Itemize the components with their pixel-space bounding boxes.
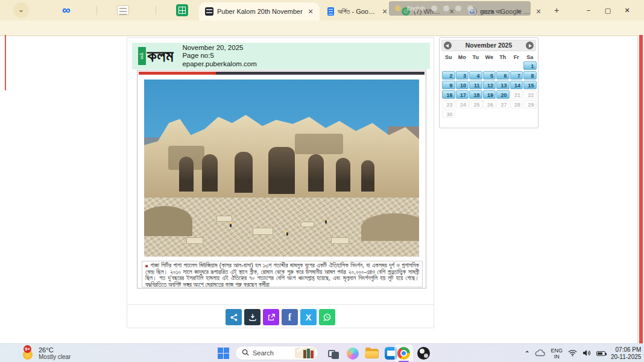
open-external-button[interactable] [263,309,279,325]
capture-toolbar-overlay: English [389,1,531,16]
calendar-date-cell[interactable]: 7 [510,71,523,80]
weather-icon: 9+ [18,345,34,361]
photo-caption: ■গাজা সিটির পাশা প্যালেস মিউজিয়াম (কাসর… [142,261,423,287]
weather-widget[interactable]: 9+ 26°C Mostly clear [18,345,71,361]
photo-worker-figure [286,231,288,236]
close-tab-icon[interactable]: ✕ [306,7,315,16]
gaza-ruins-photo [144,80,419,257]
file-explorer-button[interactable] [364,346,379,361]
calendar-date-cell[interactable]: 12 [483,81,496,89]
day-header: Fr [510,54,523,60]
calendar-date-cell: 22 [523,90,537,99]
calendar-date-cell: 21 [510,90,523,99]
chrome-taskbar-button[interactable] [394,345,413,362]
share-button[interactable] [226,309,242,325]
hidden-icons-chevron[interactable]: ⌃ [525,350,529,357]
battery-icon[interactable] [596,351,605,356]
copilot-icon [347,348,359,360]
calendar-date-cell[interactable]: 5 [483,71,496,80]
calendar-date-cell: 26 [483,100,496,108]
calendar-date-cell[interactable]: 8 [523,71,537,80]
webpage-viewport: পুবের কলম November 20, 2025 Page no:5 ep… [0,36,644,343]
window-minimize-button[interactable]: − [584,5,593,15]
calendar-date-cell [469,61,482,70]
day-header: We [483,54,496,60]
tray-date: 20-11-2025 [611,354,641,361]
calendar-date-cell [456,61,469,70]
photo-arch-window [202,154,218,192]
clip-top-rule-red [139,72,216,75]
calendar-date-cell[interactable]: 18 [469,90,482,99]
page-number: Page no:5 [182,52,256,60]
calendar-date-cell[interactable]: 20 [496,90,510,99]
window-close-button[interactable]: ✕ [622,5,632,15]
volume-icon[interactable] [582,348,591,359]
x-share-button[interactable]: X [300,309,317,325]
windows-taskbar: 9+ 26°C Mostly clear Search [0,343,644,362]
puber-kalom-logo: পুবের কলম [138,47,174,66]
wifi-icon[interactable] [568,348,577,359]
photo-debris-mound [361,213,419,241]
scrollbar-track[interactable] [637,35,644,343]
datepicker-calendar: November 2025 SuMoTuWeThFrSa 12345678910… [439,37,538,128]
photo-stone-block [216,216,232,222]
taskbar-search-box[interactable]: Search [235,346,318,360]
logo-main-text: কলম [147,47,174,66]
meta-infinity-icon[interactable]: ∞ [62,3,71,17]
pinned-tab-document-icon[interactable] [117,5,129,15]
tab-puber-kalom[interactable]: Puber Kalom 20th November ✕ [199,2,320,20]
calendar-next-icon[interactable] [526,42,534,49]
close-tab-icon[interactable]: ✕ [534,7,543,16]
onedrive-cloud-icon[interactable] [535,348,545,359]
clock-widget[interactable]: 07:06 PM 20-11-2025 [611,346,641,361]
day-header: Mo [456,54,469,60]
overlay-language-label: English [407,5,425,11]
calendar-prev-icon[interactable] [444,42,452,49]
scrollbar-thumb[interactable] [639,35,643,343]
calendar-date-cell[interactable]: 4 [469,71,482,80]
newspaper-favicon-icon [205,7,213,16]
photo-arch-window [235,152,253,193]
photo-worker-figure [230,223,232,227]
photo-arch-window [308,154,324,192]
calendar-day-headers: SuMoTuWeThFrSa [442,54,536,60]
calendar-date-cell [442,61,455,70]
close-tab-icon[interactable]: ✕ [380,7,389,16]
overlay-amber-icon [395,5,401,11]
share-toolbar: f X [127,309,434,325]
calendar-date-cell[interactable]: 17 [456,90,469,99]
calendar-date-cell[interactable]: 11 [469,81,482,89]
calendar-date-cell[interactable]: 2 [442,71,455,80]
calendar-date-cell [496,61,510,70]
start-button[interactable] [216,346,231,361]
calendar-date-cell[interactable]: 13 [496,81,510,89]
new-tab-button[interactable]: + [551,5,562,16]
tab-title: অর্পিত - Google Docs [338,8,377,16]
window-maximize-button[interactable]: ▢ [603,5,613,15]
calendar-date-cell[interactable]: 14 [510,81,523,89]
search-daily-art [295,348,315,358]
calendar-date-cell[interactable]: 15 [523,81,537,89]
google-docs-favicon-icon [327,7,334,16]
calendar-date-cell: 24 [456,100,469,108]
calendar-date-cell[interactable]: 6 [496,71,510,80]
whatsapp-share-button[interactable] [319,309,335,325]
tab-google-docs[interactable]: অর্পিত - Google Docs ✕ [321,2,394,20]
photo-arch-window [336,158,350,192]
copilot-button[interactable] [345,346,360,361]
calendar-date-cell[interactable]: 16 [442,90,455,99]
download-clip-button[interactable] [244,309,260,325]
calendar-date-cell: 30 [442,110,455,118]
pinned-tab-sheets-icon[interactable] [176,4,188,16]
calendar-date-cell[interactable]: 9 [442,81,455,89]
obs-button[interactable] [416,346,431,361]
calendar-date-cell[interactable]: 3 [456,71,469,80]
task-view-button[interactable] [326,346,341,361]
divider [127,304,434,305]
calendar-date-cell[interactable]: 19 [483,90,496,99]
calendar-date-cell[interactable]: 10 [456,81,469,89]
tab-search-chevron-button[interactable]: ⌄ [13,2,29,18]
facebook-share-button[interactable]: f [282,309,298,325]
language-indicator[interactable]: ENG IN [551,348,563,360]
calendar-date-cell[interactable]: 1 [523,61,537,70]
